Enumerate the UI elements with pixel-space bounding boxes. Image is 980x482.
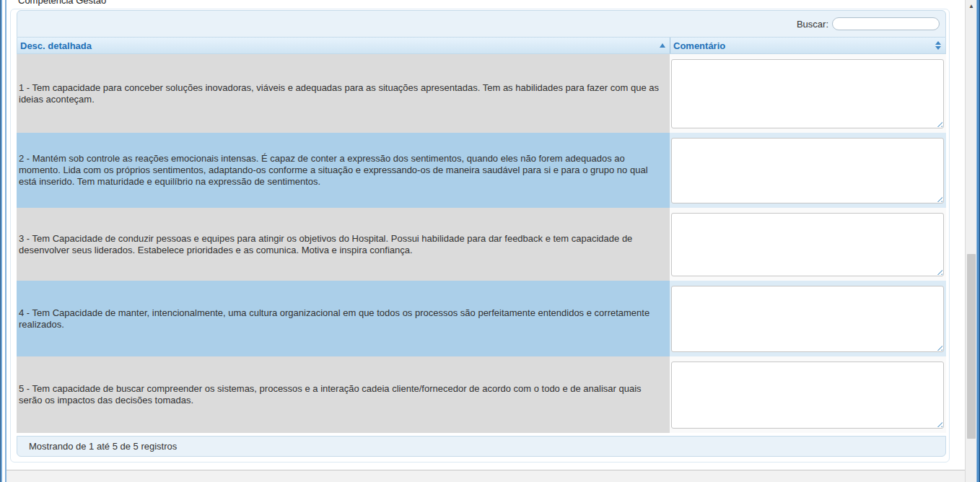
scrollbar-thumb[interactable] [967,254,976,439]
competency-table-widget: Buscar: Desc. detalhada Comentário 1 - T… [17,10,946,457]
scroll-up-arrow-icon[interactable]: ▲ [966,0,977,12]
page-bottom-divider [6,470,965,482]
window-frame-left-outer [0,0,2,482]
desc-cell: 3 - Tem Capacidade de conduzir pessoas e… [17,208,670,281]
column-header-comentario[interactable]: Comentário [670,38,945,53]
comment-textarea[interactable] [671,138,944,203]
table-row: 3 - Tem Capacidade de conduzir pessoas e… [17,208,946,281]
page-title: Competência Gestão [18,0,106,6]
comment-textarea[interactable] [671,362,944,429]
comment-cell [670,133,946,208]
column-header-label: Desc. detalhada [20,40,92,51]
table-header-row: Desc. detalhada Comentário [17,38,946,54]
table-info-footer: Mostrando de 1 até 5 de 5 registros [17,436,946,457]
comment-cell [670,356,946,433]
comment-cell [670,208,946,281]
column-header-label: Comentário [673,40,725,51]
records-info: Mostrando de 1 até 5 de 5 registros [29,441,177,452]
sort-both-icon [935,41,941,50]
window-frame-right [976,0,980,482]
table-row: 1 - Tem capacidade para conceber soluçõe… [17,54,946,133]
comment-textarea[interactable] [671,286,944,352]
search-input[interactable] [832,17,940,30]
vertical-scrollbar[interactable]: ▲ [965,0,976,482]
page-viewport: Competência Gestão Buscar: Desc. detalha… [0,0,980,482]
desc-cell: 4 - Tem Capacidade de manter, intenciona… [17,281,670,356]
table-row: 2 - Mantém sob controle as reações emoci… [17,133,946,208]
desc-cell: 2 - Mantém sob controle as reações emoci… [17,133,670,208]
comment-textarea[interactable] [671,213,944,276]
table-toolbar: Buscar: [17,10,946,38]
comment-cell [670,281,946,356]
search-label: Buscar: [797,19,828,30]
table-row: 4 - Tem Capacidade de manter, intenciona… [17,281,946,356]
desc-cell: 1 - Tem capacidade para conceber soluçõe… [17,54,670,133]
window-frame-left-inner [5,0,6,482]
comment-textarea[interactable] [671,59,944,128]
column-header-desc-detalhada[interactable]: Desc. detalhada [17,38,670,53]
comment-cell [670,54,946,133]
table-row: 5 - Tem capacidade de buscar compreender… [17,356,946,433]
sort-ascending-icon [660,43,665,48]
desc-cell: 5 - Tem capacidade de buscar compreender… [17,356,670,433]
